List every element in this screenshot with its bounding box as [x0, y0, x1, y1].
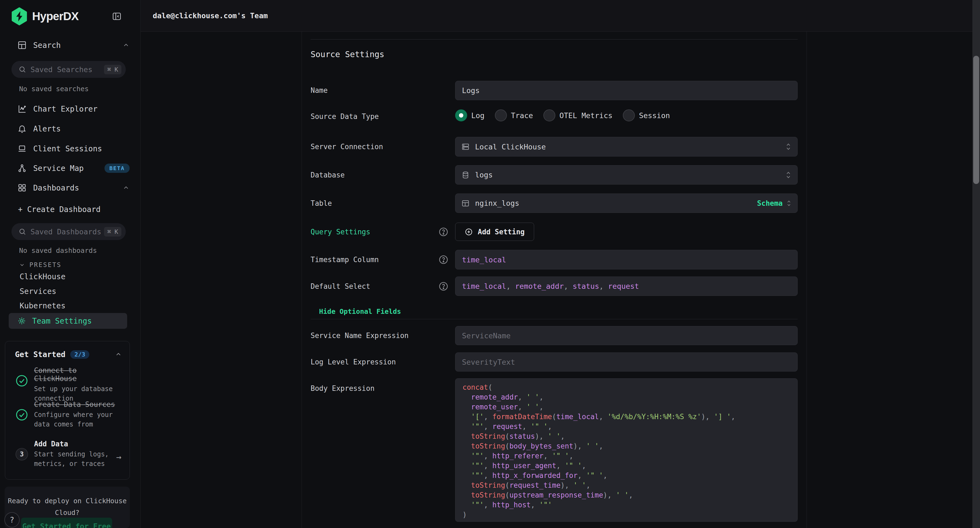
schema-button[interactable]: Schema — [757, 199, 783, 207]
saved-dashboards-input[interactable]: Saved Dashboards ⌘ K — [11, 223, 126, 240]
sidebar-item-team-settings[interactable]: Team Settings — [9, 313, 127, 329]
search-icon — [19, 228, 26, 235]
sidebar-item-client-sessions[interactable]: Client Sessions — [18, 142, 130, 155]
default-select-input[interactable]: time_local, remote_addr, status, request — [455, 277, 798, 296]
service-name-expression-label: Service Name Expression — [310, 331, 409, 340]
help-circle-icon[interactable] — [439, 281, 449, 291]
chevron-up-icon[interactable] — [123, 41, 130, 49]
database-icon — [461, 171, 469, 179]
radio-trace[interactable]: Trace — [495, 110, 533, 121]
log-level-expression-input[interactable]: SeverityText — [455, 353, 798, 372]
create-dashboard-label: + Create Dashboard — [18, 205, 100, 214]
app-title: HyperDX — [32, 10, 78, 23]
preset-dashboard-services[interactable]: Services — [20, 285, 56, 297]
name-input[interactable]: Logs — [455, 81, 798, 100]
scrollbar-track[interactable] — [972, 0, 980, 528]
shortcut-badge: ⌘ K — [104, 65, 121, 74]
saved-dashboards-placeholder: Saved Dashboards — [30, 227, 101, 236]
sidebar-item-chart-explorer[interactable]: Chart Explorer — [18, 102, 130, 115]
radio-label: Trace — [511, 111, 533, 120]
step-number: 3 — [16, 448, 28, 461]
sidebar-item-label: Search — [33, 41, 61, 50]
check-circle-icon — [16, 374, 28, 387]
chevron-up-down-icon — [786, 199, 791, 207]
hyperdx-logo-icon — [11, 7, 28, 25]
timestamp-column-label: Timestamp Column — [310, 256, 379, 264]
add-setting-label: Add Setting — [478, 228, 525, 236]
step-title: Create Data Sources — [34, 400, 118, 409]
sidebar-item-alerts[interactable]: Alerts — [18, 122, 130, 135]
preset-label: Services — [20, 287, 56, 296]
sidebar: HyperDX Search Saved Searches ⌘ K No sav… — [0, 0, 141, 528]
radio-icon — [623, 110, 635, 121]
body-expression-label: Body Expression — [310, 384, 375, 393]
presets-label: PRESETS — [29, 261, 62, 268]
query-settings-label: Query Settings — [310, 228, 370, 236]
sidebar-item-dashboards[interactable]: Dashboards — [18, 181, 130, 194]
chevron-up-icon[interactable] — [123, 184, 130, 191]
sidebar-item-label: Service Map — [33, 164, 84, 173]
help-circle-icon[interactable] — [439, 227, 449, 237]
presets-section-toggle[interactable]: PRESETS — [19, 260, 62, 270]
server-connection-select[interactable]: Local ClickHouse — [455, 137, 798, 156]
scrollbar-thumb[interactable] — [973, 56, 979, 184]
laptop-icon — [18, 144, 27, 153]
table-label: Table — [310, 199, 332, 207]
body-expression-editor[interactable]: concat( remote_addr, ' ', remote_user, '… — [455, 378, 798, 522]
service-name-expression-input[interactable]: ServiceName — [455, 326, 798, 345]
team-settings-label: Team Settings — [32, 316, 92, 326]
hide-optional-fields-link[interactable]: Hide Optional Fields — [319, 307, 401, 315]
radio-otel-metrics[interactable]: OTEL Metrics — [543, 110, 612, 121]
step-title: Add Data — [34, 440, 118, 448]
preset-dashboard-kubernetes[interactable]: Kubernetes — [20, 300, 65, 312]
table-icon — [461, 199, 469, 207]
check-circle-icon — [16, 409, 28, 421]
table-select[interactable]: nginx_logs Schema — [455, 194, 798, 213]
source-data-type-radio-group: Log Trace OTEL Metrics Session — [455, 110, 670, 121]
service-map-icon — [18, 164, 27, 173]
chevron-down-icon — [19, 262, 25, 268]
cloud-get-started-button[interactable]: Get Started for Free — [21, 518, 112, 528]
database-label: Database — [310, 171, 345, 179]
get-started-step-sources[interactable]: Create Data Sources Configure where your… — [16, 400, 123, 429]
server-icon — [461, 143, 469, 151]
help-circle-icon[interactable] — [439, 255, 449, 264]
service-name-placeholder: ServiceName — [462, 331, 511, 340]
panel-divider-left — [302, 32, 302, 528]
sidebar-item-search[interactable]: Search — [18, 39, 130, 52]
cloud-card-text: Ready to deploy on ClickHouse Cloud? — [7, 495, 128, 518]
database-select[interactable]: logs — [455, 165, 798, 184]
default-select-label: Default Select — [310, 282, 370, 290]
sidebar-item-label: Chart Explorer — [33, 105, 97, 113]
sidebar-collapse-button[interactable] — [111, 10, 123, 22]
saved-searches-input[interactable]: Saved Searches ⌘ K — [11, 61, 126, 78]
create-dashboard-button[interactable]: + Create Dashboard — [18, 203, 130, 216]
bell-icon — [18, 124, 27, 134]
radio-session[interactable]: Session — [623, 110, 670, 121]
get-started-step-add-data[interactable]: 3 Add Data Start sending logs, metrics, … — [16, 440, 123, 469]
search-icon — [19, 65, 26, 73]
preset-label: Kubernetes — [20, 301, 65, 310]
section-title: Source Settings — [310, 49, 384, 59]
get-started-header: Get Started 2/3 — [15, 349, 122, 360]
timestamp-column-value: time_local — [462, 256, 506, 264]
get-started-step-connect[interactable]: Connect to ClickHouse Set up your databa… — [16, 366, 123, 403]
chart-line-icon — [18, 104, 27, 113]
name-label: Name — [310, 86, 328, 94]
arrow-right-icon[interactable]: → — [116, 452, 121, 462]
log-level-expression-label: Log Level Expression — [310, 358, 396, 366]
radio-label: Log — [471, 111, 485, 120]
sidebar-item-service-map[interactable]: Service Map BETA — [18, 162, 130, 175]
radio-label: Session — [639, 111, 670, 120]
chevron-up-icon[interactable] — [115, 351, 122, 358]
preset-dashboard-clickhouse[interactable]: ClickHouse — [20, 270, 65, 283]
get-started-progress-badge: 2/3 — [70, 350, 89, 359]
radio-label: OTEL Metrics — [559, 111, 612, 120]
timestamp-column-input[interactable]: time_local — [455, 250, 798, 269]
help-button[interactable]: ? — [4, 512, 20, 528]
radio-log[interactable]: Log — [455, 110, 485, 121]
add-setting-button[interactable]: Add Setting — [455, 223, 534, 241]
team-title: dale@clickhouse.com's Team — [153, 11, 268, 20]
no-saved-dashboards-text: No saved dashboards — [19, 247, 97, 254]
gear-icon — [18, 316, 26, 325]
